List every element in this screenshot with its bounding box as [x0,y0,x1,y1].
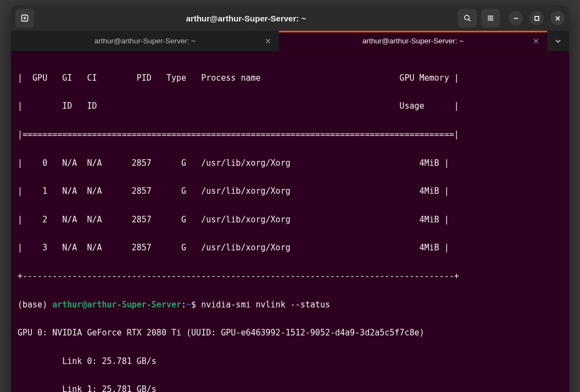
dollar: $ [191,300,201,310]
proc-footer: +---------------------------------------… [18,270,562,284]
gpu0-head: GPU 0: NVIDIA GeForce RTX 2080 Ti (UUID:… [18,326,562,340]
terminal-window: arthur@arthur-Super-Server: ~ arthur@art… [11,5,569,392]
svg-rect-9 [535,16,539,20]
colon: : [181,300,186,310]
proc-separator: |=======================================… [18,128,562,142]
tab-close-icon[interactable]: ✕ [265,37,271,46]
tab-1[interactable]: arthur@arthur-Super-Server: ~ ✕ [279,31,547,51]
maximize-button[interactable] [529,11,544,25]
command: nvidia-smi nvlink --status [201,300,330,310]
tab-bar: arthur@arthur-Super-Server: ~ ✕ arthur@a… [11,31,569,52]
tab-0[interactable]: arthur@arthur-Super-Server: ~ ✕ [11,31,279,51]
proc-row: | 3 N/A N/A 2857 G /usr/lib/xorg/Xorg 4M… [18,241,562,255]
proc-row: | 0 N/A N/A 2857 G /usr/lib/xorg/Xorg 4M… [18,156,562,171]
svg-line-4 [469,19,470,21]
tab-dropdown-button[interactable] [547,31,569,51]
terminal-output[interactable]: | GPU GI CI PID Type Process name GPU Me… [11,52,569,392]
proc-header-2: | ID ID Usage | [18,99,562,114]
titlebar: arthur@arthur-Super-Server: ~ [11,5,569,31]
proc-row: | 1 N/A N/A 2857 G /usr/lib/xorg/Xorg 4M… [18,184,562,199]
proc-row: | 2 N/A N/A 2857 G /usr/lib/xorg/Xorg 4M… [18,213,562,227]
gpu0-link0: Link 0: 25.781 GB/s [18,355,562,369]
tab-label: arthur@arthur-Super-Server: ~ [362,37,464,45]
hamburger-menu-button[interactable] [481,9,500,27]
user-host: arthur@arthur-Super-Server [52,300,181,310]
window-controls [509,11,565,25]
window-title: arthur@arthur-Super-Server: ~ [38,14,454,23]
cwd: ~ [186,300,191,310]
conda-env: (base) [18,300,52,310]
prompt-line: (base) arthur@arthur-Super-Server:~$ nvi… [18,298,562,312]
tab-close-icon[interactable]: ✕ [533,37,539,46]
gpu0-link1: Link 1: 25.781 GB/s [18,383,562,392]
new-tab-button[interactable] [15,9,34,27]
minimize-button[interactable] [509,11,523,25]
close-button[interactable] [550,11,565,25]
svg-point-3 [465,15,469,20]
proc-header-1: | GPU GI CI PID Type Process name GPU Me… [18,71,562,86]
search-button[interactable] [458,9,477,27]
tab-label: arthur@arthur-Super-Server: ~ [94,37,196,45]
